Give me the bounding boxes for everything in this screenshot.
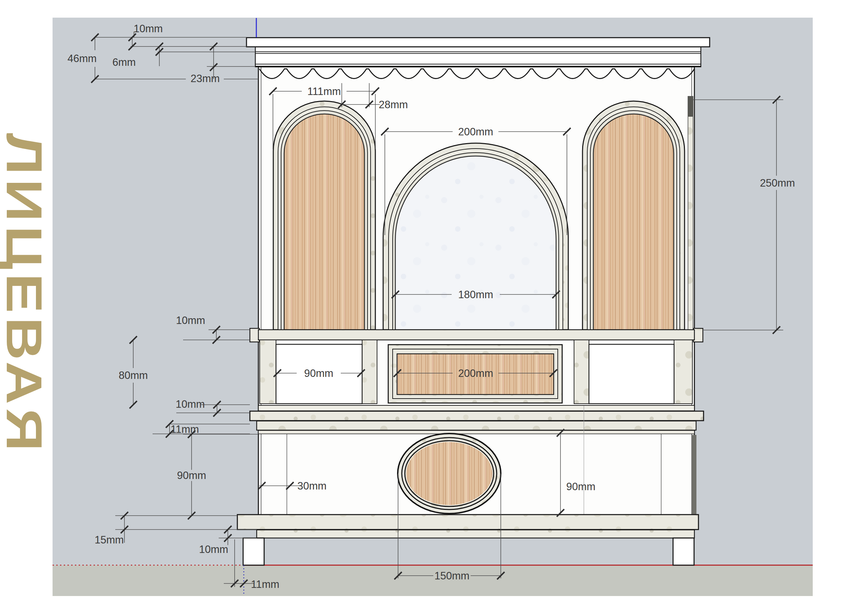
dim-foot-inset: 11mm	[251, 578, 279, 590]
right-foot	[673, 538, 694, 565]
base-ledge	[237, 515, 699, 530]
left-arch-wood-panel	[284, 114, 364, 330]
thin-band	[258, 406, 694, 411]
cornice-top-cap	[246, 38, 710, 47]
left-foot	[243, 538, 264, 565]
dim-band-height: 10mm	[176, 398, 205, 410]
dim-molding-offset: 6mm	[113, 56, 136, 68]
ledge-band	[250, 411, 704, 421]
right-gable-strip-cap	[688, 96, 693, 117]
ground-strip	[53, 565, 813, 596]
drawing-page: ЛИЦЕВАЯ	[0, 0, 868, 614]
stile-b	[362, 340, 377, 404]
dim-ledge-height: 11mm	[170, 423, 199, 435]
stile-a	[260, 340, 276, 404]
dim-mirror-width: 180mm	[458, 289, 493, 300]
cornice	[246, 38, 710, 67]
stile-d	[674, 340, 692, 404]
right-gable-strip	[688, 96, 693, 330]
dim-bottom-section-height: 90mm	[177, 469, 206, 481]
center-mirror-arch	[383, 143, 568, 330]
technical-drawing-svg: ЛИЦЕВАЯ	[0, 0, 868, 614]
step-strip	[258, 431, 694, 434]
right-arch-wood-panel	[594, 114, 674, 330]
center-mirror-panel	[395, 156, 556, 330]
dim-middle-section-height: 80mm	[119, 369, 148, 381]
oval-medallion	[398, 434, 501, 514]
plinth	[257, 530, 694, 538]
dim-scallop-width: 28mm	[379, 99, 408, 110]
lower-bands	[250, 406, 704, 434]
dim-center-arch-width: 200mm	[458, 126, 493, 138]
dim-frieze-height: 23mm	[191, 73, 220, 84]
second-band	[257, 421, 696, 430]
dim-cornice-total-height: 46mm	[67, 53, 97, 64]
dim-niche-width: 90mm	[304, 367, 333, 379]
dim-plinth-height: 10mm	[199, 543, 228, 555]
dim-cornice-cap-height: 10mm	[133, 23, 163, 34]
middle-shelf-rail	[250, 328, 703, 342]
dim-rail-height: 10mm	[176, 314, 205, 326]
right-arch-door	[583, 101, 685, 330]
dim-side-height: 250mm	[760, 177, 795, 189]
dim-left-arch-width: 111mm	[307, 85, 341, 97]
dim-oval-width: 150mm	[434, 570, 469, 582]
dim-base-ledge-height: 15mm	[95, 534, 124, 546]
stile-c	[574, 340, 589, 404]
rail-beam	[258, 330, 694, 340]
dim-drawer-width: 200mm	[458, 367, 493, 379]
oval-wood-center	[406, 442, 492, 505]
bottom-right-edge-strip	[692, 435, 696, 515]
right-open-niche	[589, 344, 674, 404]
left-arch-door	[273, 101, 375, 330]
dim-oval-height: 90mm	[566, 481, 595, 493]
dim-bottom-side-frame: 30mm	[298, 480, 327, 492]
side-view-label: ЛИЦЕВАЯ	[0, 133, 52, 455]
